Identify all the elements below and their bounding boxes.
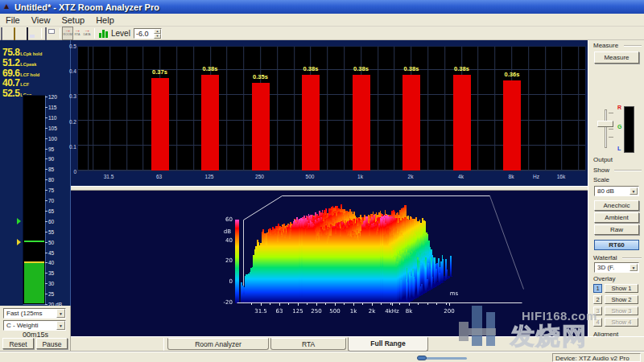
rt60-x-tick: 500 (299, 174, 320, 179)
rt60-bar (453, 75, 471, 171)
meter-green-fill (24, 263, 44, 303)
slider-handle[interactable] (597, 121, 613, 127)
measure-button[interactable]: Measure (594, 51, 639, 64)
anechoic-button[interactable]: Anechoic (594, 200, 639, 211)
rt60-button[interactable]: RT60 (594, 240, 639, 250)
level-spinner[interactable]: -6.0 ▲ ▼ (134, 28, 162, 39)
toolbar-separator (94, 28, 95, 39)
group-line (622, 257, 642, 259)
rt60-x-tick: 125 (199, 174, 220, 179)
menu-item-file[interactable]: File (0, 14, 26, 26)
status-bar: Device: XTZ Audio v2 Pro (0, 352, 644, 362)
meter-tick-label: 110 (48, 115, 69, 121)
rt60-y-tick: 0.3 (68, 93, 76, 99)
menu-item-view[interactable]: View (26, 14, 56, 26)
print-button[interactable] (45, 28, 56, 39)
tabstrip-edge (163, 338, 164, 352)
meter-marker-yellow[interactable] (17, 239, 21, 245)
input-level-meter (624, 106, 634, 153)
save-button[interactable] (27, 28, 38, 39)
meter-tick-label: 120 (48, 94, 69, 100)
menu-item-setup[interactable]: Setup (56, 14, 90, 26)
spin-down-icon[interactable]: ▼ (154, 34, 161, 39)
overlay-row: 1Show 1 (593, 284, 643, 295)
level-value[interactable]: -6.0 (134, 29, 154, 38)
menu-item-help[interactable]: Help (90, 14, 120, 26)
meter-marker-green[interactable] (17, 218, 21, 224)
spl-meter-bar (23, 95, 46, 305)
meter-tick-label: 100 (48, 136, 69, 142)
mode-caption: ROOM (64, 33, 72, 36)
tab-full-range[interactable]: Full Range (348, 337, 428, 352)
chevron-down-icon[interactable]: ▼ (56, 321, 65, 330)
overlay-rows: 1Show 12Show 23Show 34Show 4 (593, 284, 643, 329)
rt60-y-tick: 0 (68, 169, 76, 175)
rt60-y-tick: 0.4 (68, 68, 76, 74)
overlay-num-button[interactable]: 2 (593, 295, 602, 304)
reset-button[interactable]: Reset (2, 338, 34, 349)
status-slider[interactable] (417, 356, 467, 360)
weighting-dropdown[interactable]: C - Weighti ▼ (3, 320, 66, 331)
open-file-button[interactable] (14, 28, 25, 39)
toolbar-separator (41, 28, 42, 39)
rt60-bar (302, 75, 320, 171)
chevron-down-icon[interactable]: ▼ (56, 309, 65, 318)
title-bar[interactable]: ▲ Untitled* - XTZ Room Analyzer Pro (0, 0, 644, 14)
meter-letter-r: R (617, 105, 621, 110)
tab-rta[interactable]: RTA (270, 338, 346, 350)
overlay-show-button[interactable]: Show 1 (605, 284, 638, 293)
raw-button[interactable]: Raw (594, 224, 639, 235)
meter-tick-label: 75 (48, 187, 69, 193)
level-label: Level (111, 29, 130, 38)
meter-letter-g: G (617, 124, 621, 130)
meter-tick-label: 115 (48, 105, 69, 110)
toolbar: →ROOM→RTA→DATA Level -6.0 ▲ ▼ (0, 27, 644, 40)
spinner-arrows[interactable]: ▲ ▼ (154, 29, 161, 38)
mode-caption: DATA (83, 33, 92, 36)
rt60-x-tick: 4k (451, 174, 472, 179)
meter-tick-label: 85 (48, 167, 69, 172)
chevron-down-icon[interactable]: ▼ (630, 187, 638, 195)
rt60-x-tick: 63 (149, 174, 170, 179)
app-window: ▲ Untitled* - XTZ Room Analyzer Pro File… (0, 0, 644, 362)
rt60-x-tick: 8k (501, 174, 522, 179)
overlay-num-button[interactable]: 1 (593, 284, 602, 293)
rt60-bar-value: 0.38s (348, 65, 375, 72)
rt60-bar (201, 75, 219, 171)
rt60-y-tick: 0.1 (68, 144, 76, 150)
rt60-x-tick: Hz (526, 174, 547, 179)
scale-value: 80 dB (597, 187, 614, 195)
rt60-bar-value: 0.35s (247, 73, 275, 80)
window-title: Untitled* - XTZ Room Analyzer Pro (14, 2, 159, 12)
rt60-y-tick: 0.2 (68, 119, 76, 125)
chevron-down-icon[interactable]: ▼ (630, 264, 638, 271)
speed-dropdown[interactable]: Fast (125ms ▼ (3, 308, 66, 319)
status-slider-knob[interactable] (417, 356, 427, 360)
mode-button-rta[interactable]: →RTA (72, 27, 82, 39)
overlay-show-button[interactable]: Show 2 (605, 295, 638, 304)
overlay-num-button[interactable]: 3 (593, 306, 602, 315)
pause-button[interactable]: Pause (36, 338, 68, 349)
rt60-x-tick: 31.5 (98, 174, 119, 179)
output-label: Output (593, 156, 613, 163)
status-slider-track (425, 357, 467, 360)
waterfall-mode-dropdown[interactable]: 3D (F. ▼ (594, 262, 639, 273)
meter-yellow-line (24, 261, 44, 263)
rt60-bar-value: 0.37s (147, 68, 174, 76)
rt60-bar (402, 75, 420, 171)
ambient-button[interactable]: Ambient (594, 212, 639, 223)
rt60-bar-value: 0.38s (297, 65, 324, 72)
scale-dropdown[interactable]: 80 dB ▼ (594, 186, 639, 196)
new-file-button[interactable] (1, 28, 12, 39)
mode-button-data[interactable]: →DATA (82, 27, 92, 39)
gain-slider[interactable] (597, 108, 614, 150)
overlay-num-button[interactable]: 4 (593, 318, 602, 327)
rt60-bar-value: 0.36s (498, 71, 526, 78)
tab-room-analyzer[interactable]: Room Analyzer (167, 338, 269, 350)
mode-button-room[interactable]: →ROOM (63, 27, 72, 39)
rt60-bar (503, 80, 521, 171)
slider-track (605, 109, 607, 148)
spl-value: 52.5 (2, 88, 19, 99)
rt60-x-tick: 16k (551, 174, 572, 179)
view-tabs: Room AnalyzerRTAFull Range (71, 336, 644, 352)
